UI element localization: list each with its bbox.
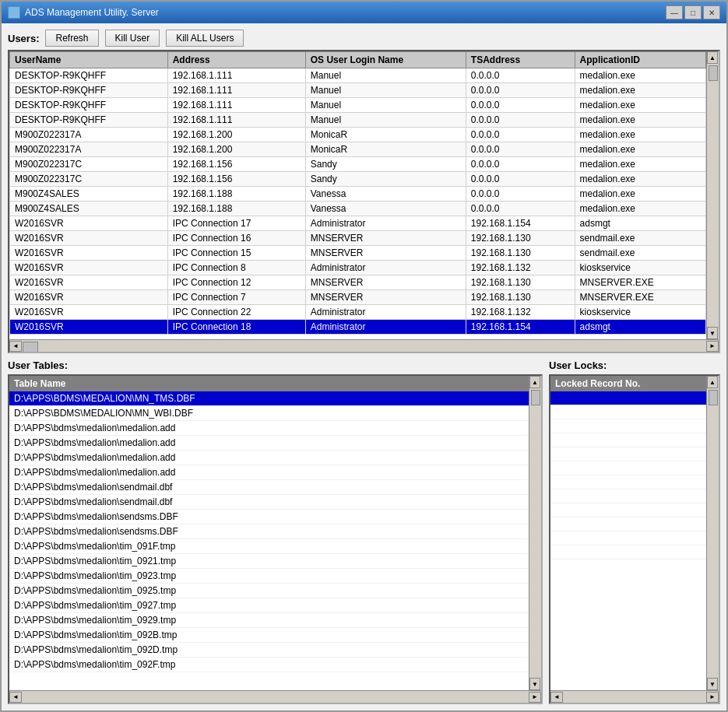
users-table-scroll[interactable]: UserName Address OS User Login Name TSAd… <box>9 51 706 339</box>
list-item[interactable]: D:\APPS\bdms\medalion\medalion.add <box>9 436 529 451</box>
table-cell: M900Z022317A <box>10 128 168 142</box>
list-item[interactable] <box>550 517 706 531</box>
table-row[interactable]: DESKTOP-R9KQHFF192.168.1.111Manuel0.0.0.… <box>10 113 706 128</box>
list-item[interactable] <box>550 475 706 489</box>
list-item[interactable]: D:\APPS\bdms\medalion\tim_0929.tmp <box>9 613 529 628</box>
table-row[interactable]: M900Z022317A192.168.1.200MonicaR0.0.0.0m… <box>10 142 706 157</box>
bottom-sections: User Tables: Table Name D:\APPS\BDMS\MED… <box>8 360 720 704</box>
locks-vscroll-up[interactable]: ▲ <box>707 376 718 388</box>
table-row[interactable]: DESKTOP-R9KQHFF192.168.1.111Manuel0.0.0.… <box>10 68 706 83</box>
users-table-container: UserName Address OS User Login Name TSAd… <box>8 50 720 353</box>
table-cell: 192.168.1.130 <box>466 246 575 261</box>
tables-hscroll-left[interactable]: ◄ <box>9 692 22 703</box>
list-item[interactable] <box>550 545 706 559</box>
table-row[interactable]: W2016SVRIPC Connection 22Administrator19… <box>10 305 706 320</box>
hscroll-right-arrow[interactable]: ► <box>706 341 719 352</box>
tables-hscrollbar[interactable]: ◄ ► <box>9 690 541 703</box>
list-item[interactable]: D:\APPS\bdms\medalion\tim_0925.tmp <box>9 584 529 598</box>
kill-user-button[interactable]: Kill User <box>105 30 160 47</box>
table-row[interactable]: W2016SVRIPC Connection 18Administrator19… <box>10 320 706 335</box>
list-item[interactable] <box>550 461 706 475</box>
tables-hscroll-track <box>22 692 529 703</box>
table-cell: 0.0.0.0 <box>466 157 575 172</box>
list-item[interactable]: D:\APPS\bdms\medalion\sendsms.DBF <box>9 510 529 524</box>
list-item[interactable]: D:\APPS\bdms\medalion\sendmail.dbf <box>9 495 529 510</box>
hscroll-track <box>22 341 706 352</box>
hscroll-left-arrow[interactable]: ◄ <box>9 341 22 352</box>
hscroll-thumb[interactable] <box>23 342 38 352</box>
locks-vscrollbar[interactable]: ▲ ▼ <box>706 376 719 690</box>
list-item[interactable] <box>550 531 706 545</box>
table-row[interactable]: W2016SVRIPC Connection 16MNSERVER192.168… <box>10 231 706 246</box>
table-row[interactable]: M900Z022317A192.168.1.200MonicaR0.0.0.0m… <box>10 128 706 142</box>
vscroll-up-arrow[interactable]: ▲ <box>707 51 718 64</box>
list-item[interactable]: D:\APPS\bdms\medalion\tim_092B.tmp <box>9 628 529 643</box>
list-item[interactable] <box>550 391 706 405</box>
list-item[interactable] <box>550 405 706 419</box>
users-vscrollbar[interactable]: ▲ ▼ <box>706 51 719 339</box>
tables-vscroll-track <box>529 388 541 678</box>
list-item[interactable] <box>550 433 706 447</box>
list-item[interactable]: D:\APPS\bdms\medalion\medalion.add <box>9 421 529 436</box>
table-row[interactable]: W2016SVRIPC Connection 8Administrator192… <box>10 261 706 275</box>
list-item[interactable]: D:\APPS\bdms\medalion\tim_092D.tmp <box>9 643 529 658</box>
list-item[interactable] <box>550 489 706 503</box>
locks-hscrollbar[interactable]: ◄ ► <box>550 690 719 703</box>
list-item[interactable]: D:\APPS\BDMS\MEDALION\MN_TMS.DBF <box>9 391 529 406</box>
table-cell: 0.0.0.0 <box>466 128 575 142</box>
list-item[interactable] <box>550 503 706 517</box>
table-cell: M900Z022317A <box>10 142 168 157</box>
table-row[interactable]: DESKTOP-R9KQHFF192.168.1.111Manuel0.0.0.… <box>10 83 706 98</box>
locks-hscroll-right[interactable]: ► <box>706 692 719 703</box>
col-tsaddress: TSAddress <box>466 52 575 68</box>
tables-list-scroll[interactable]: Table Name D:\APPS\BDMS\MEDALION\MN_TMS.… <box>9 376 529 690</box>
kill-all-button[interactable]: Kill ALL Users <box>166 30 244 47</box>
locks-vscroll-down[interactable]: ▼ <box>707 678 718 690</box>
maximize-button[interactable]: □ <box>684 5 702 19</box>
list-item[interactable] <box>550 419 706 433</box>
col-address: Address <box>167 52 305 68</box>
locks-vscroll-thumb[interactable] <box>709 390 718 405</box>
table-row[interactable]: M900Z022317C192.168.1.156Sandy0.0.0.0med… <box>10 157 706 172</box>
locks-vscroll-track <box>707 388 719 678</box>
tables-vscroll-down[interactable]: ▼ <box>529 678 540 690</box>
table-row[interactable]: W2016SVRIPC Connection 15MNSERVER192.168… <box>10 246 706 261</box>
vscroll-thumb[interactable] <box>709 65 718 81</box>
list-item[interactable]: D:\APPS\bdms\medalion\tim_0927.tmp <box>9 598 529 613</box>
users-hscrollbar[interactable]: ◄ ► <box>9 339 719 352</box>
minimize-button[interactable]: — <box>666 5 683 19</box>
title-bar-controls: — □ ✕ <box>666 5 720 19</box>
list-item[interactable]: D:\APPS\BDMS\MEDALION\MN_WBI.DBF <box>9 406 529 421</box>
list-item[interactable] <box>550 447 706 461</box>
table-row[interactable]: W2016SVRIPC Connection 17Administrator19… <box>10 216 706 231</box>
table-cell: medalion.exe <box>575 98 705 113</box>
table-cell: kioskservice <box>575 261 705 275</box>
table-row[interactable]: M900Z4SALES192.168.1.188Vanessa0.0.0.0me… <box>10 202 706 216</box>
col-appid: ApplicationID <box>575 52 705 68</box>
refresh-button[interactable]: Refresh <box>45 30 98 47</box>
table-row[interactable]: W2016SVRIPC Connection 12MNSERVER192.168… <box>10 275 706 290</box>
tables-vscroll-thumb[interactable] <box>531 390 540 405</box>
vscroll-down-arrow[interactable]: ▼ <box>707 327 718 339</box>
list-item[interactable]: D:\APPS\bdms\medalion\medalion.add <box>9 465 529 480</box>
list-item[interactable]: D:\APPS\bdms\medalion\tim_092F.tmp <box>9 658 529 672</box>
table-row[interactable]: DESKTOP-R9KQHFF192.168.1.111Manuel0.0.0.… <box>10 98 706 113</box>
tables-hscroll-right[interactable]: ► <box>529 692 541 703</box>
table-row[interactable]: M900Z022317C192.168.1.156Sandy0.0.0.0med… <box>10 172 706 187</box>
list-item[interactable]: D:\APPS\bdms\medalion\sendsms.DBF <box>9 524 529 539</box>
tables-vscroll-up[interactable]: ▲ <box>529 376 540 388</box>
list-item[interactable]: D:\APPS\bdms\medalion\medalion.add <box>9 451 529 465</box>
table-cell: medalion.exe <box>575 157 705 172</box>
list-item[interactable]: D:\APPS\bdms\medalion\tim_0921.tmp <box>9 554 529 569</box>
table-row[interactable]: M900Z4SALES192.168.1.188Vanessa0.0.0.0me… <box>10 187 706 202</box>
locks-list-scroll[interactable]: Locked Record No. <box>550 376 706 690</box>
locks-hscroll-left[interactable]: ◄ <box>550 692 563 703</box>
table-row[interactable]: W2016SVRIPC Connection 7MNSERVER192.168.… <box>10 290 706 305</box>
list-item[interactable]: D:\APPS\bdms\medalion\sendmail.dbf <box>9 480 529 495</box>
table-cell: medalion.exe <box>575 113 705 128</box>
close-button[interactable]: ✕ <box>703 5 720 19</box>
tables-vscrollbar[interactable]: ▲ ▼ <box>529 376 541 690</box>
list-item[interactable]: D:\APPS\bdms\medalion\tim_091F.tmp <box>9 539 529 554</box>
table-cell: Administrator <box>305 216 466 231</box>
list-item[interactable]: D:\APPS\bdms\medalion\tim_0923.tmp <box>9 569 529 584</box>
